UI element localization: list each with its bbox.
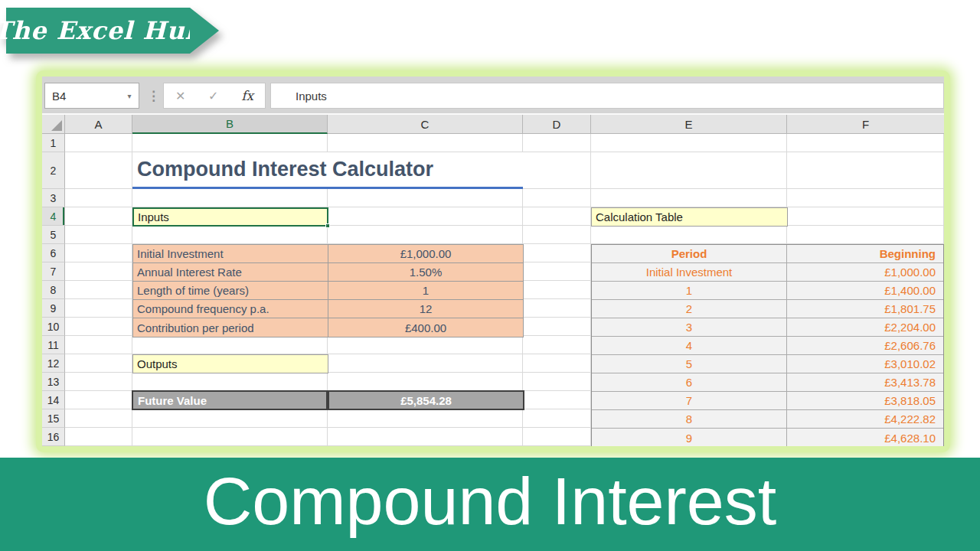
beginning-cell[interactable]: £4,222.82 <box>787 410 943 428</box>
beginning-cell[interactable]: £3,413.78 <box>787 373 943 391</box>
beginning-cell[interactable]: £1,000.00 <box>787 263 943 281</box>
input-label-cell[interactable]: Annual Interest Rate <box>133 263 328 281</box>
cell-d1[interactable] <box>523 134 591 152</box>
cell-a8[interactable] <box>65 281 132 299</box>
cell-d15[interactable] <box>523 409 591 428</box>
cell-b1[interactable] <box>132 134 328 152</box>
input-value-cell[interactable]: 1.50% <box>328 263 523 281</box>
cancel-icon[interactable]: ✕ <box>175 89 185 103</box>
cell-a11[interactable] <box>65 336 132 354</box>
row-header-14[interactable]: 14 <box>42 391 65 409</box>
formula-bar[interactable]: Inputs <box>270 83 944 109</box>
cell-d12[interactable] <box>523 354 591 373</box>
input-value-cell[interactable]: 12 <box>328 300 523 318</box>
cell-d2[interactable] <box>523 152 591 189</box>
period-cell[interactable]: 1 <box>592 282 787 299</box>
insert-function-icon[interactable]: fx <box>241 88 253 103</box>
cell-a16[interactable] <box>65 428 132 446</box>
column-header-a[interactable]: A <box>65 115 132 134</box>
cell-c11[interactable] <box>328 336 523 354</box>
cell-d16[interactable] <box>523 428 591 446</box>
name-box[interactable]: B4 ▾ <box>44 83 139 109</box>
cell-a9[interactable] <box>65 299 132 318</box>
row-header-10[interactable]: 10 <box>42 318 65 336</box>
beginning-cell[interactable]: £1,400.00 <box>787 282 943 299</box>
calculation-table-label[interactable]: Calculation Table <box>591 207 788 227</box>
cell-d13[interactable] <box>523 373 591 391</box>
cell-a6[interactable] <box>65 244 132 262</box>
cell-a12[interactable] <box>65 354 132 373</box>
input-value-cell[interactable]: £1,000.00 <box>328 245 523 262</box>
beginning-cell[interactable]: £2,204.00 <box>787 318 943 336</box>
column-header-f[interactable]: F <box>787 115 944 134</box>
period-cell[interactable]: 4 <box>592 337 787 354</box>
period-cell[interactable]: 6 <box>592 373 787 391</box>
column-header-b[interactable]: B <box>132 115 328 134</box>
input-value-cell[interactable]: £400.00 <box>328 318 523 337</box>
period-cell[interactable]: Initial Investment <box>592 263 787 281</box>
row-header-9[interactable]: 9 <box>42 299 65 318</box>
cell-a15[interactable] <box>65 409 132 428</box>
row-header-6[interactable]: 6 <box>42 244 65 262</box>
cell-a14[interactable] <box>65 391 132 409</box>
period-cell[interactable]: 7 <box>592 392 787 409</box>
chevron-down-icon[interactable]: ▾ <box>120 92 139 100</box>
cell-a7[interactable] <box>65 262 132 281</box>
input-value-cell[interactable]: 1 <box>328 282 523 299</box>
cell-d14[interactable] <box>523 391 591 409</box>
input-label-cell[interactable]: Initial Investment <box>133 245 328 262</box>
selected-cell-inputs[interactable]: Inputs <box>132 207 328 227</box>
row-header-8[interactable]: 8 <box>42 281 65 299</box>
row-header-7[interactable]: 7 <box>42 262 65 281</box>
cell-d9[interactable] <box>523 299 591 318</box>
cell-e1[interactable] <box>591 134 787 152</box>
cell-b16[interactable] <box>132 428 328 446</box>
cell-d7[interactable] <box>523 262 591 281</box>
cell-a3[interactable] <box>65 189 132 207</box>
row-header-2[interactable]: 2 <box>42 152 65 189</box>
cell-d3[interactable] <box>523 189 591 207</box>
beginning-cell[interactable]: £1,801.75 <box>787 300 943 318</box>
cell-e5[interactable] <box>591 226 787 244</box>
row-header-11[interactable]: 11 <box>42 336 65 354</box>
cell-c5[interactable] <box>328 226 523 244</box>
cell-d8[interactable] <box>523 281 591 299</box>
beginning-header-cell[interactable]: Beginning <box>787 245 943 262</box>
cell-d11[interactable] <box>523 336 591 354</box>
cell-c13[interactable] <box>328 373 523 391</box>
cell-e2[interactable] <box>591 152 787 189</box>
row-header-15[interactable]: 15 <box>42 409 65 428</box>
cell-b5[interactable] <box>132 226 328 244</box>
period-cell[interactable]: 9 <box>592 429 787 446</box>
cell-d6[interactable] <box>523 244 591 262</box>
row-header-12[interactable]: 12 <box>42 354 65 373</box>
row-header-5[interactable]: 5 <box>42 226 65 244</box>
period-cell[interactable]: 2 <box>592 300 787 318</box>
input-label-cell[interactable]: Length of time (years) <box>133 282 328 299</box>
column-header-e[interactable]: E <box>591 115 787 134</box>
input-label-cell[interactable]: Compound frequency p.a. <box>133 300 328 318</box>
cell-b3[interactable] <box>132 189 328 207</box>
column-header-c[interactable]: C <box>328 115 523 134</box>
cell-c3[interactable] <box>328 189 523 207</box>
cell-b11[interactable] <box>132 336 328 354</box>
input-label-cell[interactable]: Contribution per period <box>133 318 328 337</box>
row-header-3[interactable]: 3 <box>42 189 65 207</box>
row-header-16[interactable]: 16 <box>42 428 65 446</box>
outputs-label[interactable]: Outputs <box>132 354 328 373</box>
cell-d5[interactable] <box>523 226 591 244</box>
future-value-label-cell[interactable]: Future Value <box>132 390 328 410</box>
cell-a4[interactable] <box>65 207 132 226</box>
cell-f2[interactable] <box>787 152 944 189</box>
beginning-cell[interactable]: £2,606.76 <box>787 337 943 354</box>
cell-f3[interactable] <box>787 189 944 207</box>
select-all-corner[interactable] <box>42 115 65 134</box>
period-cell[interactable]: 8 <box>592 410 787 428</box>
cell-a2[interactable] <box>65 152 132 189</box>
cell-f5[interactable] <box>787 226 944 244</box>
cell-c16[interactable] <box>328 428 523 446</box>
period-cell[interactable]: 3 <box>592 318 787 336</box>
cell-f1[interactable] <box>787 134 944 152</box>
cell-d10[interactable] <box>523 318 591 336</box>
cell-a13[interactable] <box>65 373 132 391</box>
